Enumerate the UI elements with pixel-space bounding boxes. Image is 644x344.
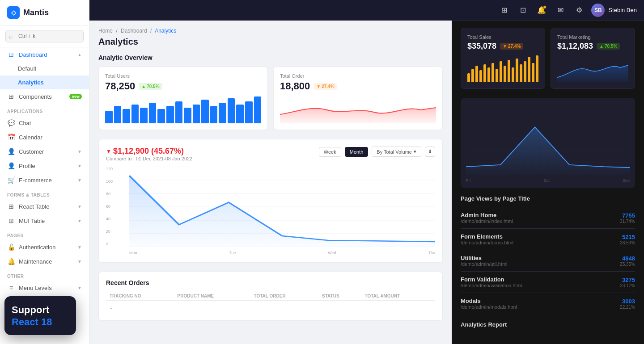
sidebar-item-authentication[interactable]: 🔓 Authentication ▼	[0, 240, 89, 254]
mui-table-icon: ⊞	[7, 217, 15, 224]
profile-icon: 👤	[7, 162, 15, 169]
maintenance-icon: 🔔	[7, 258, 15, 265]
marketing-area-chart	[557, 55, 628, 82]
chevron-down-icon-6: ▼	[77, 245, 82, 250]
bell-icon[interactable]: 🔔	[535, 4, 548, 17]
sidebar-item-chat[interactable]: 💬 Chat	[0, 116, 89, 130]
support-react18-popup[interactable]: Support React 18	[4, 296, 76, 335]
chevron-down-icon-2: ▼	[77, 164, 82, 168]
metric-card-orders: Total Order 18,800 ▼ 27.4%	[273, 67, 443, 130]
chat-icon: 💬	[7, 119, 15, 126]
bar	[149, 103, 157, 123]
user-profile[interactable]: SB Stebin Ben	[591, 4, 637, 17]
week-button[interactable]: Week	[319, 147, 341, 157]
sidebar-item-components[interactable]: ⊞ Components new	[0, 89, 89, 104]
page-views-title: Page Views by Page Title	[461, 195, 635, 202]
applications-label: Applications	[0, 104, 89, 116]
analytics-report-title: Analytics Report	[461, 321, 635, 328]
content-light: Home / Dashboard / Analytics Analytics A…	[89, 21, 452, 344]
metric-value-row-orders: 18,800 ▼ 27.4%	[280, 80, 436, 92]
sidebar-item-profile[interactable]: 👤 Profile ▼	[0, 159, 89, 173]
metric-cards-light: Total Users 78,250 ▲ 70.5% Total Order 1…	[98, 67, 443, 130]
sales-bar-chart	[467, 55, 538, 82]
authentication-icon: 🔓	[7, 243, 15, 251]
chevron-down-icon-8: ▼	[77, 285, 82, 290]
pv-title-2: Utilities	[461, 255, 508, 261]
bar	[504, 66, 506, 82]
sidebar-item-mui-table[interactable]: ⊞ MUI Table ▼	[0, 214, 89, 228]
bar	[131, 105, 139, 123]
dashboard-icon: ⊡	[7, 51, 15, 58]
download-button[interactable]: ⬇	[425, 147, 435, 157]
bar	[516, 59, 518, 82]
settings-icon[interactable]: ⚙	[572, 4, 586, 17]
pv-pct-2: 25.35%	[620, 262, 635, 267]
pv-count-2: 4848	[620, 255, 635, 262]
chevron-down-icon-7: ▼	[77, 259, 82, 264]
sidebar-item-maintenance[interactable]: 🔔 Maintenance ▼	[0, 254, 89, 268]
bar	[536, 55, 538, 82]
metric-badge-marketing: ▲ 70.5%	[597, 43, 620, 50]
metric-badge-users: ▲ 70.5%	[139, 83, 162, 90]
pv-url-2: /demo/admin/util.html	[461, 261, 508, 267]
bar	[483, 64, 486, 82]
income-compare: Compare to : 01 Dec 2021-08 Jan 2022	[106, 156, 192, 161]
search-input[interactable]	[5, 30, 84, 42]
support-react-text: React 18	[12, 316, 52, 327]
bar	[500, 61, 502, 82]
dark-cards-grid: Total Sales $35,078 ▼ 27.4% Total Market…	[461, 28, 635, 89]
bar	[254, 96, 262, 123]
sidebar-item-dashboard[interactable]: ⊡ Dashboard ▲	[0, 47, 89, 62]
metric-value-sales: $35,078	[467, 42, 496, 51]
content-dark: Total Sales $35,078 ▼ 27.4% Total Market…	[452, 21, 644, 344]
sidebar-item-calendar[interactable]: 📅 Calendar	[0, 130, 89, 144]
list-item: Utilities /demo/admin/util.html 4848 25.…	[461, 250, 635, 272]
analytic-overview-title: Analytic Overview	[98, 54, 443, 61]
sidebar-item-customer[interactable]: 👤 Customer ▼	[0, 144, 89, 159]
bar	[528, 57, 530, 82]
metric-card-marketing: Total Marketing $1,12,083 ▲ 70.5%	[551, 28, 635, 89]
bar	[524, 61, 526, 82]
col-total-order: TOTAL ORDER	[250, 292, 319, 301]
dark-chart-xaxis: Fri Sat Sun	[466, 178, 630, 183]
month-button[interactable]: Month	[345, 147, 369, 157]
volume-select[interactable]: By Total Volume ▾	[372, 147, 421, 157]
sidebar-item-ecommerce[interactable]: 🛒 E-commerce ▼	[0, 173, 89, 187]
pv-title-3: Form Validation	[461, 276, 522, 283]
pv-title-0: Admin Home	[461, 212, 513, 218]
bar	[475, 66, 478, 82]
line-chart-wrapper	[129, 167, 435, 249]
chart-xaxis: Mon Tue Wed Thu	[119, 249, 435, 255]
income-overview-card: ▼ $1,12,900 (45.67%) Compare to : 01 Dec…	[98, 139, 443, 263]
breadcrumb-home[interactable]: Home	[98, 28, 113, 34]
breadcrumb-dashboard[interactable]: Dashboard	[121, 28, 147, 34]
support-text: Support React 18	[12, 304, 69, 328]
apps-icon[interactable]: ⊞	[497, 4, 511, 17]
monitor-icon[interactable]: ⊡	[516, 4, 530, 17]
metric-label-users: Total Users	[105, 73, 261, 79]
bar	[105, 111, 113, 123]
pv-count-3: 3275	[620, 277, 635, 283]
bar	[487, 67, 490, 82]
logo-text: Mantis	[23, 8, 49, 17]
chart-yaxis: 120 100 80 60 40 20 0	[106, 167, 117, 246]
pv-title-1: Form Elements	[461, 233, 513, 240]
sidebar-item-menu-levels[interactable]: ≡ Menu Levels ▼	[0, 281, 89, 295]
bar	[201, 100, 209, 123]
sidebar-item-analytics[interactable]: Analytics	[0, 76, 89, 89]
sidebar-item-react-table[interactable]: ⊞ React Table ▼	[0, 199, 89, 214]
bar	[532, 63, 534, 82]
mail-icon[interactable]: ✉	[554, 4, 567, 17]
pv-count-0: 7755	[620, 212, 635, 219]
metric-label-orders: Total Order	[280, 73, 436, 79]
bar	[219, 103, 226, 123]
sidebar-item-default[interactable]: Default	[0, 62, 89, 76]
metric-value-users: 78,250	[105, 80, 135, 92]
metric-value-row-sales: $35,078 ▼ 27.4%	[467, 42, 538, 51]
sidebar-logo: ◇ Mantis	[0, 0, 89, 25]
metric-value-row-users: 78,250 ▲ 70.5%	[105, 80, 261, 92]
content-header: Home / Dashboard / Analytics Analytics	[98, 28, 443, 47]
ecommerce-icon: 🛒	[7, 176, 15, 184]
bar	[140, 108, 148, 123]
col-status: STATUS	[318, 292, 361, 301]
